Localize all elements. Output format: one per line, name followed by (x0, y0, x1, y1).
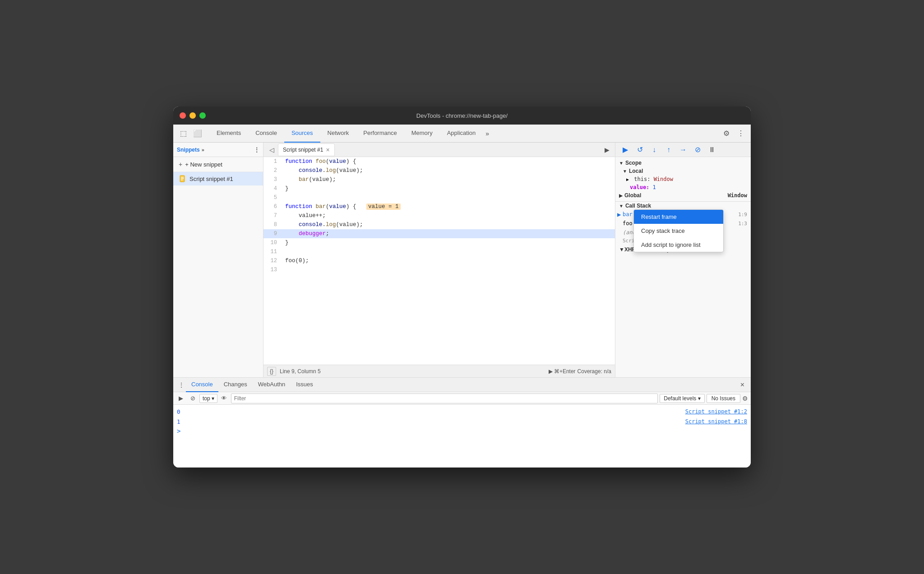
global-value: Window (728, 192, 747, 199)
inspect-icon[interactable]: ⬚ (177, 127, 189, 140)
more-tabs-icon[interactable]: » (483, 128, 492, 139)
callstack-header[interactable]: ▼ Call Stack (615, 202, 751, 210)
file-tab-label: Script snippet #1 (283, 147, 323, 153)
tab-application[interactable]: Application (440, 125, 483, 143)
new-snippet-label: + New snippet (185, 161, 222, 168)
console-value-0: 0 (177, 408, 190, 415)
sidebar-toggle-icon[interactable]: ◁ (265, 144, 278, 156)
step-button[interactable]: → (677, 144, 689, 156)
global-header[interactable]: ▶ Global Window (615, 191, 751, 199)
console-filter-input[interactable] (231, 393, 658, 403)
code-line-11: 11 (263, 247, 615, 256)
inspect-dom-icon[interactable]: 👁 (219, 393, 229, 403)
settings-icon[interactable]: ⚙ (720, 127, 733, 140)
resume-button[interactable]: ▶ (619, 144, 632, 156)
svg-rect-1 (181, 177, 184, 178)
new-snippet-button[interactable]: + + New snippet (173, 157, 263, 172)
run-shortcut[interactable]: ▶ ⌘+Enter (549, 368, 576, 375)
console-tab-issues[interactable]: Issues (291, 378, 319, 392)
console-source-0[interactable]: Script snippet #1:2 (685, 408, 747, 415)
console-prompt[interactable]: > (173, 426, 751, 435)
code-line-6: 6 function bar(value) { value = 1 (263, 202, 615, 211)
menu-icon[interactable]: ⋮ (735, 127, 747, 140)
context-menu-copy-trace[interactable]: Copy stack trace (634, 224, 723, 238)
close-button[interactable] (180, 112, 186, 119)
callstack-bar-location: 1:9 (738, 212, 747, 218)
plus-icon: + (179, 161, 182, 168)
local-arrow-icon: ▼ (623, 169, 627, 174)
console-tab-webauthn[interactable]: WebAuthn (253, 378, 291, 392)
console-value-1: 1 (177, 418, 190, 425)
tab-network[interactable]: Network (320, 125, 356, 143)
local-header[interactable]: ▼ Local (615, 167, 751, 175)
callstack-label: Call Stack (625, 203, 651, 209)
tab-console[interactable]: Console (248, 125, 284, 143)
execute-script-icon[interactable]: ▶ (176, 393, 186, 403)
line-num-7: 7 (263, 211, 282, 220)
line-content-10: } (282, 238, 615, 247)
no-issues-button[interactable]: No Issues (707, 394, 740, 403)
line-num-4: 4 (263, 184, 282, 193)
line-num-13: 13 (263, 265, 282, 274)
file-tab-snippet[interactable]: Script snippet #1 × (278, 144, 335, 156)
tab-memory[interactable]: Memory (404, 125, 440, 143)
status-bar: {} Line 9, Column 5 ▶ ⌘+Enter Coverage: … (263, 365, 615, 377)
tab-sources[interactable]: Sources (284, 125, 320, 143)
console-tab-console[interactable]: Console (186, 378, 218, 392)
console-output-line-2: 1 Script snippet #1:8 (173, 417, 751, 426)
line-num-6: 6 (263, 202, 282, 211)
console-output-line-1: 0 Script snippet #1:2 (173, 407, 751, 417)
code-line-3: 3 bar(value); (263, 175, 615, 184)
clear-console-icon[interactable]: ⊘ (188, 393, 198, 403)
line-content-2: console.log(value); (282, 166, 615, 175)
line-content-11 (282, 247, 615, 256)
traffic-lights (180, 112, 206, 119)
snippet-item-label: Script snippet #1 (189, 176, 233, 182)
snippet-file-icon (179, 175, 187, 183)
step-into-button[interactable]: ↓ (648, 144, 661, 156)
console-close-icon[interactable]: × (738, 379, 747, 391)
snippets-more-icon[interactable]: ⋮ (254, 147, 259, 153)
deactivate-breakpoints-icon[interactable]: ⊘ (691, 144, 704, 156)
step-out-button[interactable]: ↑ (662, 144, 675, 156)
pause-on-exceptions-icon[interactable]: ⏸ (706, 144, 718, 156)
line-num-3: 3 (263, 175, 282, 184)
line-content-13 (282, 265, 615, 274)
file-tab-close-icon[interactable]: × (326, 146, 329, 153)
step-over-button[interactable]: ↺ (633, 144, 646, 156)
console-tabs-more-icon[interactable]: ⋮ (177, 380, 186, 389)
device-icon[interactable]: ⬜ (191, 127, 204, 140)
console-tab-changes[interactable]: Changes (218, 378, 253, 392)
code-line-5: 5 (263, 193, 615, 202)
main-tabbar: ⬚ ⬜ Elements Console Sources Network Per… (173, 125, 751, 143)
console-settings-icon[interactable]: ⚙ (742, 395, 748, 402)
code-line-2: 2 console.log(value); (263, 166, 615, 175)
tabbar-right: ⚙ ⋮ (720, 127, 747, 140)
line-content-4: } (282, 184, 615, 193)
default-levels-button[interactable]: Default levels ▾ (660, 394, 704, 403)
context-menu-restart[interactable]: Restart frame (634, 210, 723, 224)
bottom-panel: ⋮ Console Changes WebAuthn Issues × ▶ ⊘ … (173, 377, 751, 468)
scope-header[interactable]: ▼ Scope (615, 159, 751, 167)
snippets-chevron[interactable]: » (202, 147, 204, 153)
line-content-8: console.log(value); (282, 220, 615, 229)
snippet-item-1[interactable]: Script snippet #1 (173, 172, 263, 185)
minimize-button[interactable] (189, 112, 196, 119)
tab-performance[interactable]: Performance (356, 125, 404, 143)
context-menu: Restart frame Copy stack trace Add scrip… (633, 209, 724, 252)
value-key: value: (630, 184, 653, 190)
console-source-1[interactable]: Script snippet #1:8 (685, 418, 747, 425)
window-title: DevTools - chrome://new-tab-page/ (416, 112, 508, 119)
global-arrow-icon: ▶ (619, 193, 623, 198)
run-snippet-icon[interactable]: ▶ (601, 144, 613, 155)
maximize-button[interactable] (199, 112, 206, 119)
this-key: this: (634, 176, 653, 182)
format-code-icon[interactable]: {} (267, 367, 276, 376)
code-line-13: 13 (263, 265, 615, 274)
callstack-bar-name: bar (623, 211, 633, 218)
console-toolbar: ▶ ⊘ top ▾ 👁 Default levels ▾ No Issues ⚙ (173, 392, 751, 405)
tab-elements[interactable]: Elements (209, 125, 248, 143)
context-selector[interactable]: top ▾ (199, 394, 217, 403)
code-editor[interactable]: 1 function foo(value) { 2 console.log(va… (263, 157, 615, 365)
context-menu-ignore[interactable]: Add script to ignore list (634, 238, 723, 252)
